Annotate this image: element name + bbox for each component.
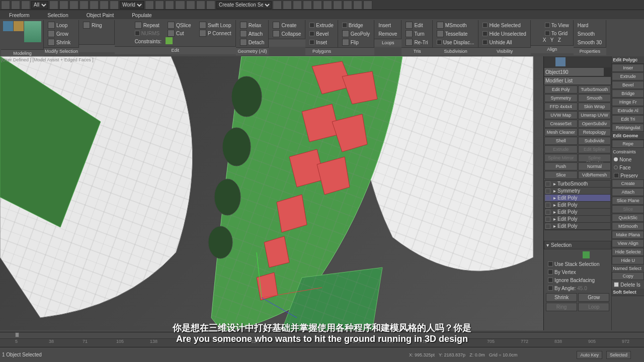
select-icon[interactable] [49,1,58,10]
smooth-button[interactable]: Smooth [576,30,604,38]
align-icon[interactable] [283,1,292,10]
constraint-none[interactable]: None [612,155,644,163]
insert-button[interactable]: Insert [376,21,399,29]
makeplanar-icon[interactable] [533,21,542,42]
border-mode-icon[interactable] [14,21,24,31]
key-filters-icon[interactable] [635,351,642,358]
shrink-button[interactable]: Shrink [46,38,76,46]
e-edittri[interactable]: Edit Tri [612,115,644,123]
e-extrude[interactable]: Extrude [612,72,644,80]
attach-button[interactable]: Attach [238,30,267,38]
turn-button[interactable]: Turn [404,30,430,38]
tab-objectpaint[interactable]: Object Paint [83,12,118,19]
pconnect-button[interactable]: P Connect [197,29,233,37]
edge-mode-icon[interactable] [3,32,13,42]
hard-button[interactable]: Hard [576,21,604,29]
loop-sel-button[interactable]: Loop [578,303,609,311]
step-loop-icon[interactable] [81,37,87,43]
geopoly-button[interactable]: GeoPoly [340,30,372,38]
placement-icon[interactable] [110,1,119,10]
scene-explorer-icon[interactable] [303,1,312,10]
stack-row[interactable]: ▸Edit Poly [545,223,610,230]
constraint-face[interactable]: Face [612,163,644,171]
stack-row[interactable]: ▸Edit Poly [545,216,610,223]
mod-uvwmap[interactable]: UVW Map [544,111,578,119]
constraint-face-icon[interactable] [181,37,188,44]
e-copy[interactable]: Copy [612,272,644,280]
y-icon[interactable]: Y [550,37,557,44]
so-polygon-icon[interactable] [583,251,590,258]
smooth30-button[interactable]: Smooth 30 [576,38,604,46]
e-msmooth[interactable]: MSmooth [612,222,644,230]
ignore-back-checkbox[interactable]: Ignore Backfacing [546,276,609,284]
editor-icon[interactable] [206,1,215,10]
e-hideu[interactable]: Hide U [612,256,644,264]
toview-button[interactable]: To View [543,21,571,29]
fill-icon[interactable] [105,21,112,28]
grow-button[interactable]: Grow [46,30,76,38]
mod-extrude[interactable]: Extrude [544,145,578,153]
prev-frame-icon[interactable] [532,351,539,358]
motion-tab-icon[interactable] [577,57,587,66]
scale-icon[interactable] [100,1,109,10]
stack-row[interactable]: ▸Edit Poly [545,202,610,209]
repeat-button[interactable]: Repeat [133,21,164,29]
relax-button[interactable]: Relax [238,21,267,29]
mod-smooth[interactable]: Smooth [578,94,611,102]
coordspace-dropdown[interactable]: World [120,1,144,9]
so-edge-icon[interactable] [566,251,573,258]
percent-snap-icon[interactable] [186,1,195,10]
mod-symmetry[interactable]: Symmetry [544,94,578,102]
undo-icon[interactable] [1,1,10,10]
rotate-icon[interactable] [90,1,99,10]
mod-subdivide[interactable]: Subdivide [578,137,611,145]
select-rect-icon[interactable] [59,1,68,10]
edit-polygons-rollout[interactable]: Edit Polygc [612,56,644,64]
angle-snap-icon[interactable] [165,1,174,10]
inset-button[interactable]: Inset [307,38,335,46]
e-viewalign[interactable]: View Align [612,239,644,247]
render-icon[interactable] [363,1,372,10]
selected-filter-button[interactable]: Selected [606,351,631,359]
mod-skinwrap[interactable]: Skin Wrap [578,103,611,111]
e-extrudeal[interactable]: Extrude Al [612,107,644,115]
modify-tab-icon[interactable] [555,57,566,66]
mod-unwrap[interactable]: Unwrap UVW [578,111,611,119]
play-icon[interactable] [543,351,550,358]
tab-populate[interactable]: Populate [128,12,155,19]
pivot-icon[interactable] [145,1,154,10]
spinner-snap-icon[interactable] [196,1,205,10]
by-angle-checkbox[interactable]: By Angle:45.0 [546,284,609,292]
mod-shell[interactable]: Shell [544,137,578,145]
stack-row[interactable]: ▸TurboSmooth [545,180,610,188]
bevel-button[interactable]: Bevel [307,30,335,38]
stack-row-selected[interactable]: ▸Edit Poly [545,195,610,202]
element-mode-icon[interactable] [24,21,41,42]
render-frame-icon[interactable] [353,1,362,10]
collapse-button[interactable]: Collapse [271,30,303,38]
e-bevel[interactable]: Bevel [612,81,644,89]
e-makeplanar[interactable]: Make Plana [612,231,644,239]
material-icon[interactable] [333,1,342,10]
mod-creaseset[interactable]: CreaseSet [544,120,578,128]
mod-turbosmooth[interactable]: TurboSmooth [578,85,611,94]
shrink-sel-button[interactable]: Shrink [546,293,577,302]
msmooth-button[interactable]: MSmooth [435,21,476,29]
cut-button[interactable]: Cut [166,29,195,37]
hideselected-button[interactable]: Hide Selected [480,21,528,29]
mod-normal[interactable]: Normal [578,162,611,170]
mod-push[interactable]: Push [544,162,578,170]
hideunselected-button[interactable]: Hide Unselected [480,30,528,38]
selection-set-dropdown[interactable]: Create Selection Se [216,1,272,9]
e-sliceplane[interactable]: Slice Plane [612,197,644,205]
modifier-list-dropdown[interactable]: Modifier List [544,76,611,85]
remove-mod-icon[interactable] [572,232,580,240]
color-swatch[interactable] [604,67,611,76]
step-ring-icon[interactable] [88,37,94,43]
curve-editor-icon[interactable] [313,1,322,10]
stack-icon[interactable] [117,21,131,42]
togrid-button[interactable]: To Grid [543,29,571,37]
so-border-icon[interactable] [574,251,581,258]
displace-button[interactable]: Use Displac... [435,38,476,46]
polygon-mode-icon[interactable] [14,32,24,42]
